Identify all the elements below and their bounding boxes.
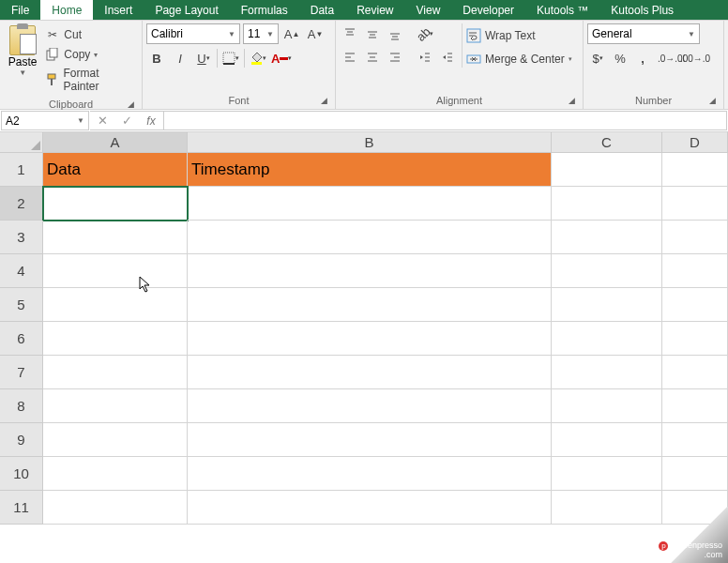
cell-A7[interactable] — [43, 356, 188, 389]
cell-C7[interactable] — [552, 356, 662, 389]
cell-A8[interactable] — [43, 389, 188, 423]
cell-D8[interactable] — [662, 389, 728, 423]
cell-C6[interactable] — [552, 322, 662, 356]
format-painter-button[interactable]: Format Painter — [43, 66, 136, 94]
tab-developer[interactable]: Developer — [451, 0, 525, 20]
tab-view[interactable]: View — [405, 0, 452, 20]
cell-B1[interactable]: Timestamp — [188, 153, 552, 187]
row-header-8[interactable]: 8 — [0, 389, 43, 423]
row-header-11[interactable]: 11 — [0, 491, 43, 525]
cell-D11[interactable] — [662, 491, 728, 525]
decrease-indent-button[interactable] — [415, 47, 435, 68]
copy-button[interactable]: Copy ▾ — [43, 46, 136, 63]
cell-A5[interactable] — [43, 288, 188, 322]
cell-D9[interactable] — [662, 423, 728, 457]
tab-data[interactable]: Data — [299, 0, 345, 20]
wrap-text-button[interactable]: Wrap Text — [463, 25, 576, 46]
tab-kutools[interactable]: Kutools ™ — [525, 0, 599, 20]
tab-kutools-plus[interactable]: Kutools Plus — [599, 0, 685, 20]
cell-C3[interactable] — [552, 221, 662, 254]
font-size-combo[interactable]: 11 ▼ — [243, 23, 279, 44]
cut-button[interactable]: ✂ Cut — [43, 26, 136, 43]
orientation-button[interactable]: ab▾ — [415, 23, 435, 44]
cell-B2[interactable] — [188, 187, 552, 221]
cell-C4[interactable] — [552, 254, 662, 288]
formula-input[interactable] — [164, 111, 727, 130]
align-right-button[interactable] — [385, 47, 405, 68]
cell-D5[interactable] — [662, 288, 728, 322]
cell-C2[interactable] — [552, 187, 662, 221]
tab-page-layout[interactable]: Page Layout — [144, 0, 229, 20]
cell-B9[interactable] — [188, 423, 552, 457]
increase-font-button[interactable]: A▲ — [281, 23, 302, 44]
increase-indent-button[interactable] — [437, 47, 458, 68]
cell-C1[interactable] — [552, 153, 662, 187]
border-button[interactable]: ▾ — [220, 48, 241, 68]
dialog-launcher-icon[interactable]: ◢ — [566, 96, 577, 107]
cell-B3[interactable] — [188, 221, 552, 254]
accounting-format-button[interactable]: $▾ — [587, 48, 608, 68]
dialog-launcher-icon[interactable]: ◢ — [125, 99, 136, 111]
paste-button[interactable]: Paste ▼ — [4, 23, 41, 79]
column-header-B[interactable]: B — [188, 132, 552, 153]
cell-B11[interactable] — [188, 491, 552, 525]
cell-A3[interactable] — [43, 221, 188, 254]
cell-C10[interactable] — [552, 457, 662, 491]
align-top-button[interactable] — [340, 23, 360, 44]
cell-D7[interactable] — [662, 356, 728, 389]
column-header-C[interactable]: C — [552, 132, 662, 153]
cell-C8[interactable] — [552, 389, 662, 423]
cell-D3[interactable] — [662, 221, 728, 254]
underline-button[interactable]: U▾ — [193, 48, 214, 68]
cell-D1[interactable] — [662, 153, 728, 187]
fill-color-button[interactable]: ▾ — [248, 48, 268, 68]
merge-center-button[interactable]: Merge & Center ▾ — [463, 49, 576, 69]
cell-D6[interactable] — [662, 322, 728, 356]
tab-review[interactable]: Review — [345, 0, 404, 20]
number-format-combo[interactable]: General ▼ — [587, 23, 700, 44]
cell-C9[interactable] — [552, 423, 662, 457]
column-header-A[interactable]: A — [43, 132, 188, 153]
cell-D4[interactable] — [662, 254, 728, 288]
align-center-button[interactable] — [362, 47, 383, 68]
column-header-D[interactable]: D — [662, 132, 728, 153]
cell-B4[interactable] — [188, 254, 552, 288]
select-all-button[interactable] — [0, 132, 43, 153]
decrease-decimal-button[interactable]: .00→.0 — [685, 48, 705, 68]
cell-B6[interactable] — [188, 322, 552, 356]
cell-B10[interactable] — [188, 457, 552, 491]
italic-button[interactable]: I — [170, 48, 190, 68]
cell-A4[interactable] — [43, 254, 188, 288]
row-header-3[interactable]: 3 — [0, 221, 43, 254]
enter-formula-button[interactable]: ✓ — [114, 114, 139, 128]
cell-D10[interactable] — [662, 457, 728, 491]
cell-A9[interactable] — [43, 423, 188, 457]
cell-D2[interactable] — [662, 187, 728, 221]
bold-button[interactable]: B — [146, 48, 167, 68]
dialog-launcher-icon[interactable]: ◢ — [318, 96, 329, 107]
row-header-9[interactable]: 9 — [0, 423, 43, 457]
font-name-combo[interactable]: Calibri ▼ — [146, 23, 240, 44]
tab-formulas[interactable]: Formulas — [230, 0, 299, 20]
decrease-font-button[interactable]: A▼ — [305, 23, 326, 44]
font-color-button[interactable]: A▾ — [271, 48, 292, 68]
row-header-6[interactable]: 6 — [0, 322, 43, 356]
cell-B8[interactable] — [188, 389, 552, 423]
tab-home[interactable]: Home — [40, 0, 93, 20]
row-header-7[interactable]: 7 — [0, 356, 43, 389]
row-header-5[interactable]: 5 — [0, 288, 43, 322]
percent-format-button[interactable]: % — [610, 48, 630, 68]
cell-B5[interactable] — [188, 288, 552, 322]
cell-B7[interactable] — [188, 356, 552, 389]
cancel-formula-button[interactable]: ✕ — [90, 114, 114, 128]
cell-A1[interactable]: Data — [43, 153, 188, 187]
cell-A2[interactable] — [43, 187, 188, 221]
comma-format-button[interactable]: , — [632, 48, 653, 68]
insert-function-button[interactable]: fx — [139, 114, 163, 128]
cell-C5[interactable] — [552, 288, 662, 322]
row-header-1[interactable]: 1 — [0, 153, 43, 187]
align-middle-button[interactable] — [362, 23, 383, 44]
dialog-launcher-icon[interactable]: ◢ — [706, 96, 718, 107]
align-left-button[interactable] — [340, 47, 360, 68]
row-header-10[interactable]: 10 — [0, 457, 43, 491]
